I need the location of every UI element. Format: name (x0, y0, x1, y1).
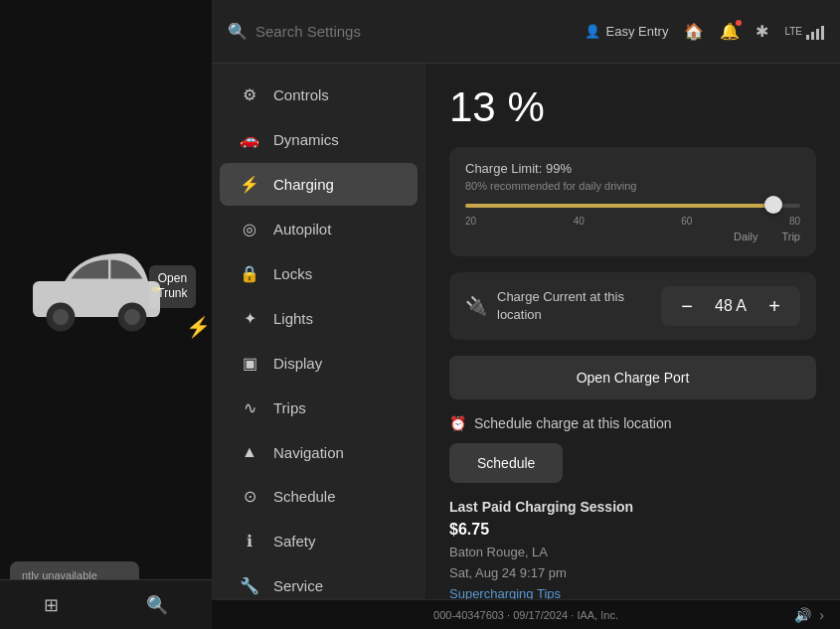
svg-point-2 (53, 309, 69, 325)
lights-label: Lights (273, 310, 313, 327)
search-bottom-icon[interactable]: 🔍 (146, 594, 168, 616)
navigation-icon: ▲ (240, 443, 259, 461)
slider-labels: 20 40 60 80 (465, 216, 800, 227)
lights-icon: ✦ (240, 309, 259, 328)
schedule-title: ⏰ Schedule charge at this location (449, 415, 816, 431)
charge-percent: 13 % (449, 83, 816, 131)
home-icon[interactable]: 🏠 (684, 22, 704, 41)
charge-limit-subtitle: 80% recommended for daily driving (465, 180, 800, 192)
last-session-title: Last Paid Charging Session (449, 499, 816, 515)
signal-bars (806, 24, 824, 40)
signal-area: LTE (784, 24, 824, 40)
signal-bar-4 (821, 26, 824, 40)
slider-label-60: 60 (681, 216, 692, 227)
status-bar-text: 000-40347603 · 09/17/2024 · IAA, Inc. (433, 609, 618, 621)
sidebar-nav: ⚙ Controls 🚗 Dynamics ⚡ Charging ◎ Autop… (212, 64, 425, 599)
daily-trip-labels: Daily Trip (465, 231, 800, 242)
sidebar-item-schedule[interactable]: ⊙ Schedule (220, 475, 418, 518)
sidebar-item-service[interactable]: 🔧 Service (220, 564, 418, 599)
supercharging-tips-link[interactable]: Supercharging Tips (449, 586, 561, 599)
sidebar-item-locks[interactable]: 🔒 Locks (220, 252, 418, 295)
schedule-section: ⏰ Schedule charge at this location Sched… (449, 415, 816, 483)
display-label: Display (273, 355, 322, 372)
easy-entry[interactable]: 👤 Easy Entry (585, 24, 669, 39)
locks-icon: 🔒 (240, 264, 259, 283)
slider-label-20: 20 (465, 216, 476, 227)
sidebar-item-autopilot[interactable]: ◎ Autopilot (220, 208, 418, 250)
notification-dot (736, 20, 742, 26)
schedule-button[interactable]: Schedule (449, 443, 563, 483)
signal-bar-1 (806, 35, 809, 40)
volume-icon[interactable]: 🔊 (794, 607, 811, 623)
sidebar-item-lights[interactable]: ✦ Lights (220, 297, 418, 340)
sliders-icon[interactable]: ⊞ (44, 594, 59, 616)
trips-label: Trips (273, 399, 306, 416)
sidebar-item-controls[interactable]: ⚙ Controls (220, 74, 418, 116)
service-label: Service (273, 577, 323, 594)
schedule-label: Schedule (273, 488, 336, 505)
safety-label: Safety (273, 533, 316, 550)
car-bottom-bar: ⊞ 🔍 (0, 579, 212, 629)
last-session-info: Baton Rouge, LA Sat, Aug 24 9:17 pm (449, 543, 816, 584)
controls-icon: ⚙ (240, 85, 259, 104)
bluetooth-icon[interactable]: ✱ (756, 22, 768, 41)
plug-icon: 🔌 (465, 295, 487, 317)
decrease-current-button[interactable]: − (675, 294, 699, 318)
sidebar-item-dynamics[interactable]: 🚗 Dynamics (220, 118, 418, 161)
current-value: 48 A (711, 297, 751, 315)
svg-point-4 (124, 309, 140, 325)
charge-limit-section: Charge Limit: 99% 80% recommended for da… (449, 147, 816, 256)
chevron-right-icon[interactable]: › (819, 607, 824, 623)
person-icon: 👤 (585, 24, 600, 39)
sidebar-item-navigation[interactable]: ▲ Navigation (220, 431, 418, 473)
open-charge-port-label: Open Charge Port (577, 370, 690, 386)
charge-current-text: Charge Current at this location (497, 288, 661, 324)
dynamics-label: Dynamics (273, 131, 339, 148)
slider-thumb[interactable] (764, 196, 782, 214)
signal-bar-2 (811, 32, 814, 40)
autopilot-label: Autopilot (273, 221, 331, 237)
sidebar-item-trips[interactable]: ∿ Trips (220, 387, 418, 429)
car-svg (17, 206, 176, 365)
main-content: 13 % Charge Limit: 99% 80% recommended f… (425, 64, 840, 599)
sidebar-item-charging[interactable]: ⚡ Charging (220, 163, 418, 206)
service-icon: 🔧 (240, 576, 259, 595)
trips-icon: ∿ (240, 398, 259, 417)
status-bar: 000-40347603 · 09/17/2024 · IAA, Inc. 🔊 … (212, 599, 840, 629)
safety-icon: ℹ (240, 532, 259, 550)
easy-entry-label: Easy Entry (606, 24, 669, 39)
slider-track (465, 204, 800, 208)
car-image: Open Trunk ⚡ (17, 206, 196, 424)
daily-label: Daily (734, 231, 757, 242)
charge-current-left: 🔌 Charge Current at this location (465, 288, 661, 324)
search-icon: 🔍 (228, 22, 248, 41)
charge-limit-title: Charge Limit: 99% (465, 161, 800, 176)
bell-icon-wrap: 🔔 (720, 22, 740, 41)
clock-icon: ⏰ (449, 415, 466, 431)
schedule-icon: ⊙ (240, 487, 259, 506)
charge-current-control: − 48 A + (661, 286, 800, 326)
slider-label-40: 40 (574, 216, 585, 227)
last-session-date: Sat, Aug 24 9:17 pm (449, 563, 816, 584)
charging-label: Charging (273, 176, 334, 193)
sidebar-item-display[interactable]: ▣ Display (220, 342, 418, 385)
slider-fill (465, 204, 773, 208)
last-session-section: Last Paid Charging Session $6.75 Baton R… (449, 499, 816, 599)
trip-label: Trip (781, 231, 800, 242)
display-icon: ▣ (240, 354, 259, 373)
autopilot-icon: ◎ (240, 220, 259, 238)
top-right-icons: 👤 Easy Entry 🏠 🔔 ✱ LTE (585, 22, 824, 41)
schedule-title-text: Schedule charge at this location (474, 415, 671, 431)
charge-lightning-icon: ⚡ (186, 315, 211, 339)
signal-bar-3 (816, 29, 819, 40)
search-area: 🔍 (228, 22, 585, 41)
car-area: Open Trunk ⚡ ntly unavailable ⊞ 🔍 (0, 0, 212, 629)
charge-slider-container (465, 204, 800, 208)
sidebar-item-safety[interactable]: ℹ Safety (220, 520, 418, 562)
lte-label: LTE (784, 26, 802, 37)
schedule-btn-label: Schedule (477, 455, 535, 471)
search-input[interactable] (255, 23, 415, 40)
last-session-location: Baton Rouge, LA (449, 543, 816, 563)
open-charge-port-button[interactable]: Open Charge Port (449, 356, 816, 399)
increase-current-button[interactable]: + (762, 294, 786, 318)
